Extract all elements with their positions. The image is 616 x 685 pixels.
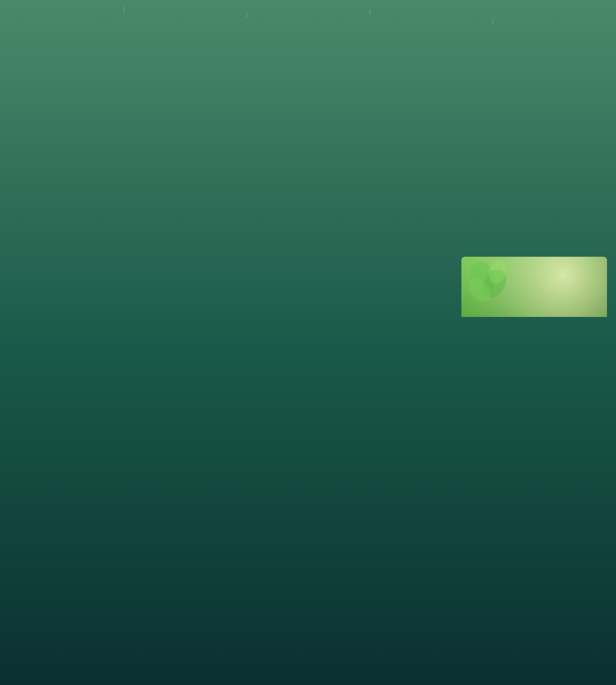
related-img-5: 森林 如果在森林里迷路了你会怎么找到出路 [312, 257, 458, 317]
related-grid-row2: 初春小雨 VIP 背景 森林 如果在森林里迷路了你会 [163, 257, 607, 341]
related-section-right: 相关装扮 天使少女 [154, 138, 616, 667]
leaves-icon [464, 260, 512, 308]
related-item-5[interactable]: 森林 如果在森林里迷路了你会怎么找到出路 思念你的... SUIP 背景 [312, 257, 458, 341]
right-panel: 晚上9:45 * 3G ▲▼ HD 4G ▭ 59 ‹ 气泡 🐧 大家好 QM [154, 0, 616, 685]
related-img-6 [461, 257, 607, 317]
